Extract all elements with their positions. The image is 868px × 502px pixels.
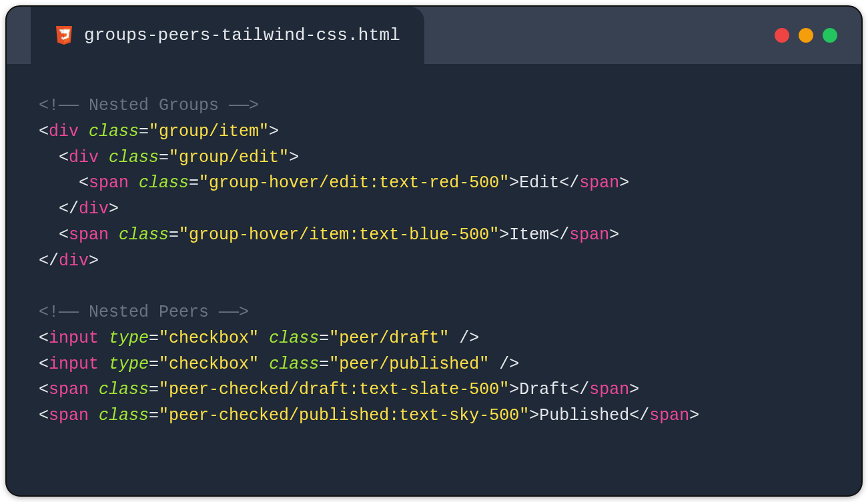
file-tab[interactable]: groups-peers-tailwind-css.html [31,7,424,64]
window-controls [775,28,837,43]
titlebar: groups-peers-tailwind-css.html [7,7,861,64]
code-comment: <!—— Nested Peers ——> [39,303,249,322]
close-icon[interactable] [775,28,789,43]
tab-title: groups-peers-tailwind-css.html [84,25,400,45]
code-area: <!—— Nested Groups ——> <div class="group… [7,64,861,495]
html5-icon [55,25,73,46]
minimize-icon[interactable] [799,28,813,43]
code-comment: <!—— Nested Groups ——> [39,96,259,115]
editor-window: groups-peers-tailwind-css.html <!—— Nest… [5,5,863,497]
maximize-icon[interactable] [823,28,837,43]
